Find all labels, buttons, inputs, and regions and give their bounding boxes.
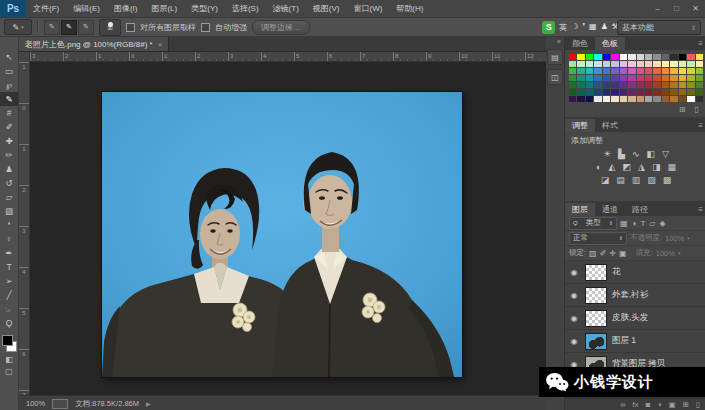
color-swatch[interactable]: [620, 89, 627, 95]
workspace-switcher[interactable]: 基本功能 ⇕: [617, 20, 701, 35]
color-swatch[interactable]: [645, 82, 652, 88]
foreground-color-chip[interactable]: [2, 335, 13, 346]
color-swatch[interactable]: [696, 61, 703, 67]
clone-stamp-tool[interactable]: ♟: [0, 162, 18, 176]
brush-tool[interactable]: ✏: [0, 148, 18, 162]
invert-icon[interactable]: ◪: [601, 174, 610, 187]
color-swatch[interactable]: [687, 82, 694, 88]
layer-filter-select[interactable]: Ϙ 类型 ⇕: [569, 217, 617, 230]
expand-panels-icon[interactable]: «: [557, 37, 564, 45]
history-brush-tool[interactable]: ↺: [0, 176, 18, 190]
menu-item[interactable]: 帮助(H): [389, 0, 430, 17]
color-swatch[interactable]: [628, 61, 635, 67]
curves-icon[interactable]: ∿: [632, 148, 640, 161]
color-swatch[interactable]: [653, 61, 660, 67]
filter-shape-layers-icon[interactable]: ▱: [649, 219, 655, 228]
color-swatch[interactable]: [687, 96, 694, 102]
channel-mixer-icon[interactable]: ◨: [652, 161, 661, 174]
screen-mode-button[interactable]: ▢: [5, 366, 13, 378]
color-swatch[interactable]: [569, 75, 576, 81]
color-swatch[interactable]: [577, 68, 584, 74]
layer-visibility-eye-icon[interactable]: ◉: [568, 314, 580, 323]
color-swatch[interactable]: [696, 68, 703, 74]
panel-menu-icon[interactable]: ≡: [694, 203, 705, 216]
color-swatch[interactable]: [679, 54, 686, 60]
fill-value[interactable]: 100%: [656, 249, 675, 258]
crop-tool[interactable]: #: [0, 106, 18, 120]
color-swatch[interactable]: [577, 96, 584, 102]
layer-row[interactable]: ◉ 外套,衬衫: [565, 284, 705, 307]
ime-moon-icon[interactable]: ☽: [571, 22, 578, 33]
color-swatch[interactable]: [611, 68, 618, 74]
sogou-ime-logo[interactable]: S: [542, 21, 555, 34]
dodge-tool[interactable]: ♀: [0, 232, 18, 246]
selection-add-icon[interactable]: ✎: [61, 20, 77, 35]
color-swatch[interactable]: [628, 89, 635, 95]
pen-tool[interactable]: ✒: [0, 246, 18, 260]
spot-healing-brush-tool[interactable]: ✚: [0, 134, 18, 148]
color-swatch[interactable]: [679, 75, 686, 81]
new-layer-icon[interactable]: ⊞: [683, 400, 689, 409]
maximize-button[interactable]: □: [667, 0, 686, 17]
color-balance-icon[interactable]: ◭: [609, 161, 616, 174]
color-swatch[interactable]: [645, 61, 652, 67]
sample-all-layers-checkbox[interactable]: [126, 23, 135, 32]
color-swatch[interactable]: [653, 68, 660, 74]
ime-quote-icon[interactable]: ❜: [583, 22, 586, 33]
color-swatch[interactable]: [594, 89, 601, 95]
color-swatch[interactable]: [662, 54, 669, 60]
layer-group-icon[interactable]: ▣: [668, 400, 675, 409]
color-swatch[interactable]: [603, 89, 610, 95]
color-swatch[interactable]: [628, 96, 635, 102]
color-swatch[interactable]: [586, 61, 593, 67]
color-swatch[interactable]: [577, 89, 584, 95]
color-swatch[interactable]: [670, 89, 677, 95]
layer-thumbnail[interactable]: [585, 333, 607, 350]
color-swatch[interactable]: [679, 61, 686, 67]
color-swatch[interactable]: [687, 61, 694, 67]
color-swatch[interactable]: [696, 89, 703, 95]
close-button[interactable]: ✕: [686, 0, 705, 17]
menu-item[interactable]: 滤镜(T): [266, 0, 306, 17]
color-swatch[interactable]: [687, 68, 694, 74]
color-swatch[interactable]: [670, 61, 677, 67]
panel-tab[interactable]: 样式: [595, 119, 625, 132]
color-swatch[interactable]: [645, 89, 652, 95]
color-swatch[interactable]: [628, 82, 635, 88]
filter-type-layers-icon[interactable]: T: [640, 219, 645, 228]
color-swatch[interactable]: [637, 96, 644, 102]
menu-item[interactable]: 文件(F): [26, 0, 66, 17]
menu-item[interactable]: 视图(V): [306, 0, 347, 17]
color-swatch[interactable]: [569, 82, 576, 88]
lock-transparency-icon[interactable]: ▨: [589, 249, 597, 258]
delete-layer-icon[interactable]: ▯: [696, 400, 700, 409]
color-swatch[interactable]: [586, 82, 593, 88]
ime-board-icon[interactable]: ▦: [589, 22, 597, 33]
menu-item[interactable]: 图像(I): [107, 0, 145, 17]
layer-thumbnail[interactable]: [585, 287, 607, 304]
color-swatch[interactable]: [577, 82, 584, 88]
status-arrow-icon[interactable]: ▶: [146, 400, 151, 407]
panel-menu-icon[interactable]: ≡: [694, 37, 705, 50]
color-swatch[interactable]: [662, 96, 669, 102]
color-swatch[interactable]: [611, 61, 618, 67]
gradient-map-icon[interactable]: ▨: [647, 174, 656, 187]
layer-row[interactable]: ◉ 图层 1: [565, 330, 705, 353]
color-swatch[interactable]: [679, 96, 686, 102]
color-swatch[interactable]: [620, 68, 627, 74]
color-swatch[interactable]: [653, 82, 660, 88]
color-swatch[interactable]: [603, 68, 610, 74]
color-swatch[interactable]: [620, 61, 627, 67]
doc-preview-icon[interactable]: [52, 399, 68, 409]
minimize-button[interactable]: –: [648, 0, 667, 17]
color-swatch[interactable]: [611, 75, 618, 81]
color-swatch[interactable]: [653, 96, 660, 102]
panel-tab[interactable]: 路径: [625, 203, 655, 216]
panel-tab[interactable]: 通道: [595, 203, 625, 216]
color-swatch[interactable]: [645, 68, 652, 74]
color-swatch[interactable]: [628, 54, 635, 60]
color-swatch[interactable]: [620, 54, 627, 60]
chevron-down-icon[interactable]: ▾: [678, 250, 681, 256]
color-swatch[interactable]: [586, 89, 593, 95]
color-swatch[interactable]: [687, 54, 694, 60]
